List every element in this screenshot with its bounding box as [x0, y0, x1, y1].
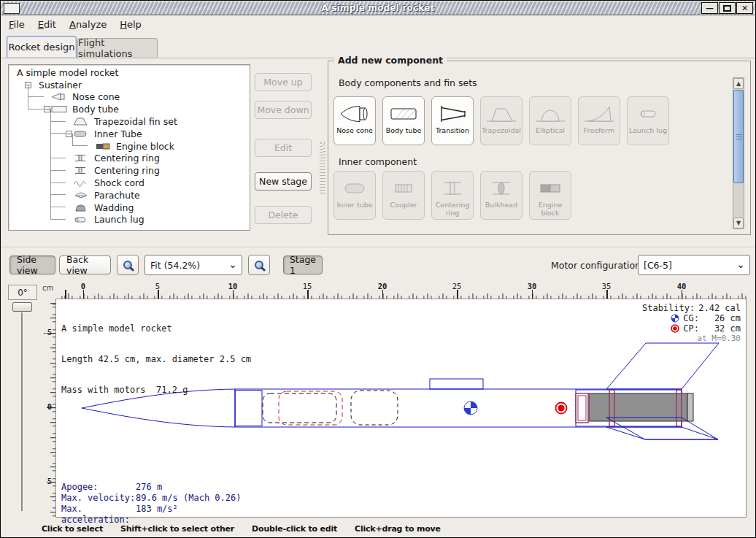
motor-body[interactable] [589, 393, 687, 421]
nose-cone-icon [51, 92, 69, 101]
magnifier-icon [255, 261, 263, 269]
section-divider [1, 247, 755, 248]
inner-component-buttons: Inner tube Coupler Centering ring Bulkhe… [333, 171, 571, 220]
max-velocity-value: 89.6 m/s (Mach 0.26) [136, 493, 242, 504]
rocket-info: A simple model rocket Length 42.5 cm, ma… [61, 303, 251, 415]
rocket-dimensions: Length 42.5 cm, max. diameter 2.5 cm [61, 354, 251, 364]
parachute-outline[interactable] [351, 391, 398, 425]
add-transition-button[interactable]: Transition [431, 96, 474, 145]
cg-value: 26 cm [703, 313, 741, 323]
maximize-button[interactable] [719, 2, 736, 14]
tree-item-launch-lug[interactable]: Launch lug [9, 214, 250, 226]
add-bulkhead-button[interactable]: Bulkhead [480, 171, 522, 220]
apogee-value: 276 m [136, 482, 162, 493]
motor-nozzle[interactable] [687, 393, 693, 421]
component-tree[interactable]: A simple model rocket − Sustainer Nose c… [8, 64, 250, 231]
wadding-outline[interactable] [279, 391, 342, 425]
rocket-design-canvas[interactable]: A simple model rocket Length 42.5 cm, ma… [55, 299, 747, 518]
add-launch-lug-button[interactable]: Launch lug [627, 96, 669, 145]
scroll-down-icon[interactable]: ▼ [733, 218, 744, 228]
scroll-up-icon[interactable]: ▲ [733, 78, 744, 89]
zoom-level-select[interactable]: Fit (54.2%) ⌄ [144, 255, 242, 275]
add-elliptical-fin-button[interactable]: Elliptical [529, 96, 571, 145]
add-inner-tube-button[interactable]: Inner tube [333, 171, 376, 220]
add-coupler-button[interactable]: Coupler [382, 171, 425, 220]
application-window: A simple model rocket — ✕ File Edit Anal… [0, 0, 756, 538]
engine-block-inner [578, 396, 586, 420]
tree-item-body-tube[interactable]: − Body tube [9, 103, 250, 115]
launch-lug-outline[interactable] [430, 379, 483, 389]
add-centering-ring-button[interactable]: Centering ring [431, 171, 474, 220]
edit-button[interactable]: Edit [255, 139, 312, 157]
cp-label: CP: [683, 323, 699, 334]
tree-collapse-icon[interactable]: − [66, 131, 72, 137]
motor-configuration-select[interactable]: [C6-5] ⌄ [638, 255, 750, 275]
tab-flight-simulations[interactable]: Flight simulations [77, 38, 158, 58]
tree-item-sustainer[interactable]: − Sustainer [9, 79, 250, 91]
tree-connector [28, 96, 44, 109]
tree-item-rocket[interactable]: A simple model rocket [9, 66, 250, 79]
fin-top-outline[interactable] [606, 343, 719, 389]
stability-value: 2.42 cal [698, 303, 741, 313]
shock-cord-icon [73, 178, 90, 188]
window-menu-button[interactable] [4, 3, 20, 14]
rotation-slider-track[interactable] [21, 312, 23, 511]
engine-block-icon [534, 177, 566, 200]
tree-item-trapezoidal-fin-set[interactable]: Trapezoidal fin set [9, 115, 250, 128]
title-bar[interactable]: A simple model rocket — ✕ [1, 1, 755, 15]
menu-file[interactable]: File [9, 19, 25, 30]
add-freeform-fin-button[interactable]: Freeform [578, 96, 620, 145]
view-toolbar: Side view Back view Fit (54.2%) ⌄ Stage … [1, 250, 755, 281]
tree-item-parachute[interactable]: Parachute [9, 189, 250, 201]
freeform-fin-icon [583, 102, 615, 126]
motor-configuration-label: Motor configuration: [551, 260, 644, 271]
hint-shift-click: Shift+click to select other [120, 524, 234, 534]
mach-note: at M=0.30 [642, 334, 741, 344]
tree-item-wadding[interactable]: Wadding [9, 201, 250, 214]
tree-item-centering-ring-1[interactable]: Centering ring [9, 153, 250, 165]
motor-configuration-value: [C6-5] [639, 260, 732, 271]
side-view-button[interactable]: Side view [9, 255, 55, 274]
add-body-tube-button[interactable]: Body tube [382, 96, 425, 145]
rotation-slider-handle[interactable] [12, 302, 32, 312]
horizontal-ruler: 0 5 10 15 20 25 30 35 40 [55, 282, 747, 299]
add-engine-block-button[interactable]: Engine block [529, 171, 571, 220]
tab-rocket-design[interactable]: Rocket design [7, 36, 77, 58]
move-down-button[interactable]: Move down [255, 101, 312, 119]
transition-icon [436, 102, 468, 126]
cg-label: CG: [683, 313, 699, 323]
minimize-button[interactable]: — [701, 2, 718, 14]
zoom-out-button[interactable] [117, 255, 139, 275]
menu-analyze[interactable]: Analyze [69, 19, 107, 30]
scrollbar-thumb[interactable] [733, 90, 744, 183]
component-panel-scrollbar[interactable]: ▲ ▼ [733, 77, 744, 229]
tree-item-shock-cord[interactable]: Shock cord [9, 177, 250, 189]
zoom-in-button[interactable] [248, 255, 270, 275]
add-trapezoidal-fin-button[interactable]: Trapezoidal [480, 96, 522, 145]
shock-cord-outline[interactable] [263, 393, 336, 423]
tree-item-inner-tube[interactable]: − Inner Tube [9, 128, 250, 140]
rocket-name: A simple model rocket [61, 323, 251, 334]
back-view-button[interactable]: Back view [59, 255, 111, 274]
max-velocity-label: Max. velocity: [61, 493, 136, 504]
menu-edit[interactable]: Edit [38, 19, 56, 30]
tree-item-engine-block[interactable]: Engine block [9, 140, 250, 153]
fin-bottom-outline[interactable] [606, 427, 718, 439]
move-up-button[interactable]: Move up [255, 73, 312, 91]
stability-label: Stability: [642, 303, 695, 313]
nose-cone-icon [339, 102, 371, 126]
menu-help[interactable]: Help [120, 19, 142, 30]
scrollbar-grip-icon [736, 134, 742, 140]
tree-connector [50, 146, 66, 159]
split-pane-divider[interactable] [320, 142, 325, 194]
tree-item-centering-ring-2[interactable]: Centering ring [9, 164, 250, 177]
delete-button[interactable]: Delete [255, 206, 312, 224]
new-stage-button[interactable]: New stage [255, 172, 312, 191]
launch-lug-icon [632, 102, 664, 126]
tree-collapse-icon[interactable]: − [44, 106, 50, 112]
close-button[interactable]: ✕ [736, 2, 753, 14]
add-nose-cone-button[interactable]: Nose cone [333, 96, 376, 145]
tree-item-nose-cone[interactable]: Nose cone [9, 91, 250, 104]
stage-1-toggle[interactable]: Stage 1 [283, 255, 323, 274]
tree-connector [28, 85, 44, 98]
